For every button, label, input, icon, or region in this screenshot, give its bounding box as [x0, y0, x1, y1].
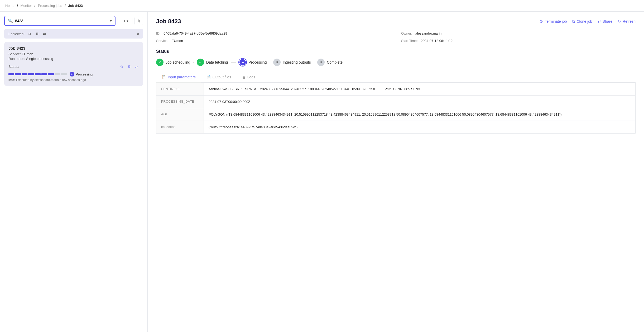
info-grid: ID: 0405afa6-7049-4a87-b05e-5e69f09daa39… [156, 31, 636, 43]
param-value-aoi: POLYGON ((13.68448331161006 43.423884634… [204, 108, 636, 121]
terminate-label: Terminate job [545, 19, 567, 23]
step-job-scheduling: ✓ Job scheduling [156, 59, 190, 66]
progress-seg-2 [15, 73, 21, 75]
step-complete-icon-2: ✓ [197, 59, 204, 66]
share-selected-icon[interactable]: ⇄ [42, 31, 47, 36]
filter-button[interactable]: ID ▾ [118, 17, 132, 25]
step-paused-icon-1: ⏸ [273, 59, 281, 66]
field-owner: Owner: alessandro.marin [401, 31, 636, 35]
job-card-info: Info: Executed by alessandro.marin a few… [8, 78, 139, 82]
terminate-job-button[interactable]: ⊘ Terminate job [540, 19, 567, 24]
step-dot-sep-2: · [270, 60, 271, 65]
job-card-runmode: Run mode: Single processing [8, 57, 139, 61]
job-card[interactable]: Job 8423 Service: EUmon Run mode: Single… [4, 42, 143, 86]
step-label-5: Complete [327, 60, 343, 64]
table-row: PROCESSING_DATE 2024-07-03T00:00:00.000Z [156, 96, 636, 108]
progress-seg-5 [35, 73, 41, 75]
card-actions: ⊘ ⧉ ⇄ [119, 63, 139, 70]
progress-seg-3 [22, 73, 27, 75]
refresh-button[interactable]: ↻ Refresh [618, 19, 636, 24]
card-clone-button[interactable]: ⧉ [127, 63, 131, 70]
search-box[interactable]: 🔍 ▾ [4, 16, 116, 26]
tab-logs[interactable]: 🖨 Logs [237, 72, 261, 82]
status-section: Status ✓ Job scheduling · ✓ Data fetchin… [156, 49, 636, 66]
processing-label: Processing [76, 72, 93, 76]
tabs-row: 📋 Input parameters 📄 Output files 🖨 Logs [156, 72, 636, 83]
table-row: collection {"output":"eopaas261e48925f57… [156, 121, 636, 134]
id-value: 0405afa6-7049-4a87-b05e-5e69f09daa39 [164, 31, 227, 35]
progress-bar [8, 73, 67, 75]
terminate-selected-icon[interactable]: ⊘ [27, 31, 32, 36]
tab-logs-icon: 🖨 [242, 75, 246, 79]
tab-input-parameters[interactable]: 📋 Input parameters [156, 72, 201, 82]
share-button[interactable]: ⇄ Share [598, 19, 612, 24]
sidebar: 🔍 ▾ ID ▾ ⇅ 1 selected: ⊘ ⧉ ⇄ ✕ Job 8423 … [0, 12, 148, 332]
start-label: Start Time: [401, 39, 418, 43]
param-value-collection: {"output":"eopaas261e48925f5748e38a2e8d5… [204, 121, 636, 134]
param-key-date: PROCESSING_DATE [156, 96, 204, 108]
selection-bar: 1 selected: ⊘ ⧉ ⇄ ✕ [4, 29, 143, 39]
service-value: EUmon [172, 39, 183, 43]
owner-value: alessandro.marin [415, 31, 442, 35]
tab-output-icon: 📄 [206, 75, 211, 79]
filter-chevron-icon: ▾ [127, 19, 128, 23]
param-value-sentinel3: sentinel3:///S3B_SR_1_SRA_A__20240527T09… [204, 83, 636, 96]
search-input[interactable] [15, 19, 108, 23]
refresh-label: Refresh [623, 19, 636, 23]
refresh-icon: ↻ [618, 19, 621, 24]
param-key-collection: collection [156, 121, 204, 134]
progress-seg-4 [28, 73, 34, 75]
clone-icon: ⧉ [572, 19, 575, 24]
header-actions: ⊘ Terminate job ⧉ Clone job ⇄ Share ↻ Re… [540, 19, 636, 24]
param-key-sentinel3: SENTINEL3 [156, 83, 204, 96]
breadcrumb-jobs[interactable]: Processing jobs [38, 4, 62, 8]
clear-selection-icon[interactable]: ✕ [137, 32, 140, 36]
progress-seg-1 [8, 73, 14, 75]
step-label-1: Job scheduling [166, 60, 190, 64]
params-table: SENTINEL3 sentinel3:///S3B_SR_1_SRA_A__2… [156, 83, 636, 134]
chevron-down-icon[interactable]: ▾ [110, 19, 112, 23]
step-label-2: Data fetching [206, 60, 228, 64]
step-dot-sep-1: · [193, 60, 194, 65]
step-complete-icon-1: ✓ [156, 59, 164, 66]
tab-input-icon: 📋 [161, 75, 166, 79]
progress-seg-9 [61, 73, 67, 75]
tab-input-label: Input parameters [168, 75, 196, 79]
search-icon: 🔍 [8, 18, 13, 23]
terminate-icon: ⊘ [540, 19, 543, 24]
field-service: Service: EUmon [156, 39, 391, 43]
page-title: Job 8423 [156, 18, 181, 25]
job-card-status-row: Status: ⊘ ⧉ ⇄ [8, 63, 139, 70]
table-row: AOI POLYGON ((13.68448331161006 43.42388… [156, 108, 636, 121]
tab-output-files[interactable]: 📄 Output files [201, 72, 237, 82]
param-value-date: 2024-07-03T00:00:00.000Z [204, 96, 636, 108]
main-header: Job 8423 ⊘ Terminate job ⧉ Clone job ⇄ S… [156, 18, 636, 25]
card-terminate-button[interactable]: ⊘ [119, 63, 124, 70]
owner-label: Owner: [401, 31, 412, 35]
main-panel: Job 8423 ⊘ Terminate job ⧉ Clone job ⇄ S… [148, 12, 644, 332]
card-share-button[interactable]: ⇄ [134, 63, 139, 70]
step-dash-sep: — [231, 60, 236, 65]
start-value: 2024-07-12 06:11:12 [421, 39, 453, 43]
breadcrumb-monitor[interactable]: Monitor [21, 4, 32, 8]
search-row: 🔍 ▾ ID ▾ ⇅ [4, 16, 143, 26]
filter-label: ID [122, 19, 125, 23]
id-label: ID: [156, 31, 161, 35]
breadcrumb-home[interactable]: Home [5, 4, 15, 8]
step-label-3: Processing [248, 60, 267, 64]
processing-dot-icon [70, 72, 74, 77]
step-processing: ▶ Processing [239, 59, 267, 66]
clone-selected-icon[interactable]: ⧉ [35, 31, 39, 36]
table-row: SENTINEL3 sentinel3:///S3B_SR_1_SRA_A__2… [156, 83, 636, 96]
status-heading: Status [156, 49, 636, 54]
param-key-aoi: AOI [156, 108, 204, 121]
job-card-title: Job 8423 [8, 46, 139, 50]
step-label-4: Ingesting outputs [283, 60, 311, 64]
clone-label: Clone job [576, 19, 592, 23]
field-id: ID: 0405afa6-7049-4a87-b05e-5e69f09daa39 [156, 31, 391, 35]
clone-job-button[interactable]: ⧉ Clone job [572, 19, 592, 24]
sort-button[interactable]: ⇅ [134, 17, 143, 25]
progress-seg-6 [41, 73, 47, 75]
service-label: Service: [156, 39, 169, 43]
breadcrumb-sep3: / [65, 4, 66, 8]
